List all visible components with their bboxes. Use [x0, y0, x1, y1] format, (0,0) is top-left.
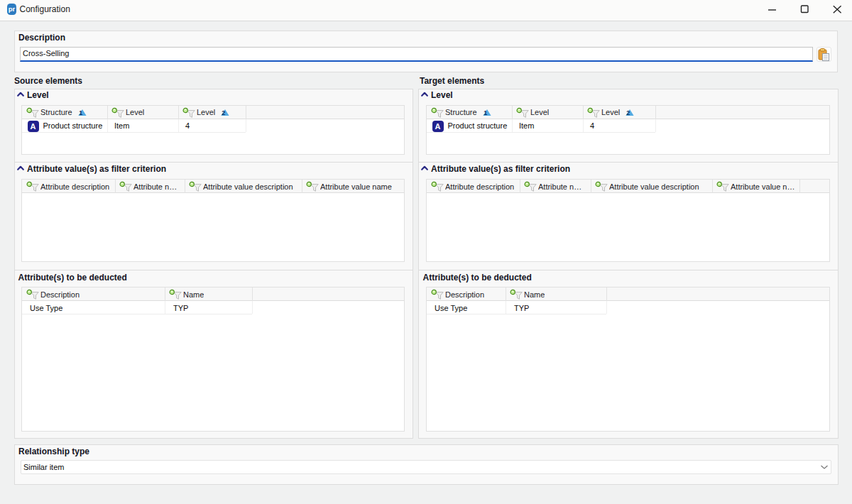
svg-text:1: 1 — [79, 109, 82, 116]
svg-text:2: 2 — [626, 109, 630, 116]
svg-text:2: 2 — [222, 109, 225, 116]
svg-text:1: 1 — [484, 109, 487, 116]
